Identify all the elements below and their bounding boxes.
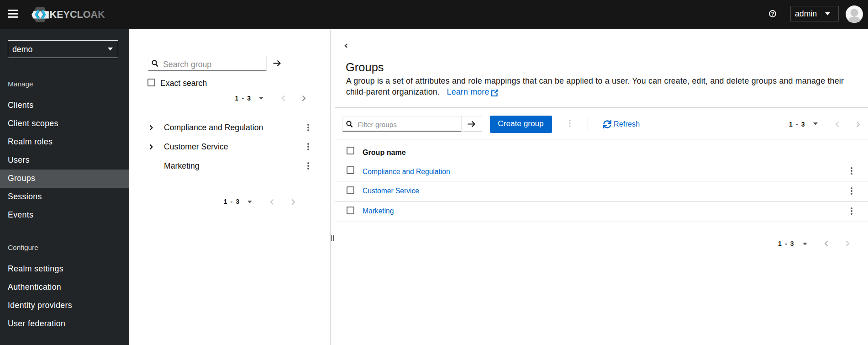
svg-text:?: ? [771,11,774,16]
svg-text:KEYCLOAK: KEYCLOAK [50,9,105,20]
